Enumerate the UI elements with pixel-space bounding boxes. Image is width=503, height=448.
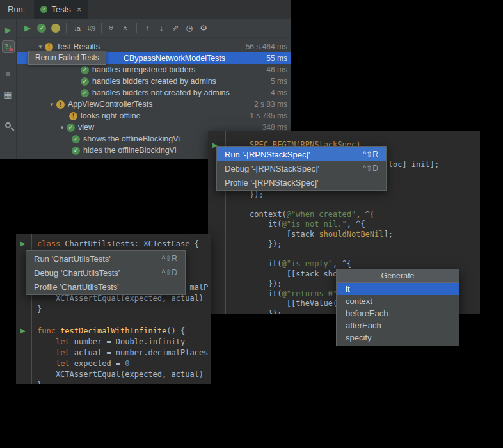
menu-item-label: Profile '-[RPNStackSpec]' <box>225 178 319 188</box>
test-duration: 348 ms <box>262 123 291 132</box>
test-duration: 46 ms <box>266 65 291 74</box>
collapse-all-icon[interactable]: « <box>120 22 132 35</box>
close-tab-icon[interactable]: × <box>77 4 82 14</box>
code-token: let <box>56 348 74 357</box>
code-token: actual = number.decimalPlaces <box>74 348 209 357</box>
code-token: let <box>56 359 74 368</box>
expand-all-icon[interactable]: » <box>106 22 118 35</box>
test-name: handles bidders created by admins <box>92 77 216 86</box>
code-token: @"when created" <box>287 210 356 219</box>
code-line: class ChartUtilsTests: XCTestCase { <box>37 239 208 250</box>
code-line: let expected = 0 <box>37 358 208 369</box>
generate-item[interactable]: specify <box>337 332 459 344</box>
run-test-method-gutter-icon[interactable]: ▶ <box>20 327 26 335</box>
test-tree-row[interactable]: ▼!AppViewControllerTests2 s 83 ms <box>17 99 291 110</box>
menu-shortcut: ^⇧D <box>147 268 177 277</box>
code-token: @"is empty" <box>282 259 333 268</box>
menu-shortcut: ^⇧R <box>347 150 378 159</box>
test-duration: 1 s 735 ms <box>250 111 291 120</box>
menu-shortcut: ^⇧D <box>347 164 378 173</box>
code-line: it(@"is empty", ^{ <box>250 259 439 269</box>
runner-left-toolbar: ▶↻■▦ <box>0 19 17 159</box>
code-token: let <box>56 337 74 346</box>
toolbar-separator <box>66 23 67 33</box>
code-token: [[theValue( <box>250 299 337 308</box>
menu-item[interactable]: Debug 'ChartUtilsTests'^⇧D <box>26 266 185 280</box>
menu-item-label: Profile 'ChartUtilsTests' <box>34 282 119 292</box>
pin-shape <box>4 121 12 129</box>
test-warning-icon: ! <box>45 43 53 51</box>
next-failed-test-icon[interactable]: ↓ <box>155 22 168 35</box>
test-name: view <box>78 123 94 132</box>
code-token: () { <box>166 326 185 335</box>
stop-icon[interactable]: ■ <box>2 67 15 80</box>
swift-context-menu: Run 'ChartUtilsTests'^⇧RDebug 'ChartUtil… <box>26 250 186 295</box>
code-token: }); <box>250 190 264 199</box>
expand-arrow-icon[interactable]: ▼ <box>58 125 67 131</box>
generate-item[interactable]: context <box>337 295 459 307</box>
code-token: XCTAssertEqual(expected, actual) <box>37 294 204 303</box>
expand-arrow-icon[interactable]: ▼ <box>36 44 45 50</box>
code-token: @"returns 0" <box>282 289 338 298</box>
test-tree-row[interactable]: !looks right offline1 s 735 ms <box>17 110 291 122</box>
test-name: shows the offlineBlockingVi <box>83 134 180 143</box>
pin-icon[interactable] <box>2 118 15 131</box>
rerun-failed-tests-icon[interactable]: ↻ <box>2 40 15 53</box>
code-line: func testDecimalWithInfinite() { <box>37 326 208 337</box>
show-passed-icon[interactable]: ✓ <box>37 24 46 33</box>
test-passed-icon: ✓ <box>81 77 89 86</box>
test-tree-row[interactable]: ✓handles bidders not created by admins4 … <box>17 87 291 99</box>
test-tree-row[interactable]: ✓handles bidders created by admins5 ms <box>17 76 291 87</box>
code-token: [stack <box>250 230 319 239</box>
test-tree-row[interactable]: ✓handles unregistered bidders46 ms <box>17 64 291 76</box>
test-history-icon[interactable]: ◷ <box>183 22 196 35</box>
sort-by-duration-icon[interactable]: ↓◷ <box>84 22 97 35</box>
expand-arrow-icon[interactable]: ▼ <box>47 102 56 108</box>
window-label: Run: <box>8 0 25 19</box>
export-test-results-icon[interactable]: ⇗ <box>169 22 182 35</box>
code-token: , ^{ <box>356 210 374 219</box>
code-line: it(@"is not nil.", ^{ <box>250 220 439 230</box>
rerun-icon[interactable]: ▶ <box>2 24 15 36</box>
menu-item[interactable]: Profile 'ChartUtilsTests' <box>26 280 185 294</box>
code-line: XCTAssertEqual(expected, actual) <box>37 369 208 380</box>
code-token: }); <box>250 279 282 288</box>
code-token: context( <box>250 210 287 219</box>
menu-item-label: Run '-[RPNStackSpec]' <box>225 150 310 159</box>
code-token: @"is not nil." <box>282 220 347 228</box>
tab-tests[interactable]: ✓ Tests × <box>34 0 88 19</box>
run-class-gutter-icon[interactable]: ▶ <box>20 240 26 248</box>
test-passed-icon: ✓ <box>72 135 80 143</box>
generate-item[interactable]: beforeEach <box>337 307 459 319</box>
menu-item-label: Run 'ChartUtilsTests' <box>34 254 111 264</box>
code-line: let actual = number.decimalPlaces <box>37 348 208 358</box>
test-passed-icon: ✓ <box>72 147 80 155</box>
code-line: }); <box>250 190 439 200</box>
generate-popup-items: itcontextbeforeEachafterEachspecify <box>337 283 459 344</box>
sort-alphabetically-icon[interactable]: ↓a <box>70 22 83 35</box>
test-duration: 4 ms <box>271 88 291 97</box>
code-line <box>250 200 439 210</box>
code-token: } <box>37 305 42 314</box>
code-token: ]; <box>384 230 393 239</box>
show-ignored-icon[interactable] <box>51 24 60 33</box>
generate-item[interactable]: it <box>337 283 459 295</box>
menu-item[interactable]: Profile '-[RPNStackSpec]' <box>217 175 386 189</box>
code-token: it( <box>250 259 282 268</box>
code-token: , ^{ <box>347 220 365 228</box>
code-token: number = Double.infinity <box>74 337 185 346</box>
menu-shortcut: ^⇧R <box>147 254 177 263</box>
test-name: CBypassNetworkModelTests <box>124 54 225 63</box>
test-duration: 5 ms <box>271 77 291 86</box>
menu-item[interactable]: Run '-[RPNStackSpec]'^⇧R <box>217 147 386 161</box>
settings-gear-icon[interactable]: ⚙ <box>197 22 210 35</box>
code-token: it( <box>250 220 282 228</box>
rerun-tests-icon[interactable]: ▶ <box>21 22 34 35</box>
menu-item[interactable]: Debug '-[RPNStackSpec]'^⇧D <box>217 161 386 175</box>
generate-item[interactable]: afterEach <box>337 319 459 332</box>
layout-icon[interactable]: ▦ <box>2 88 15 100</box>
code-token: } <box>37 381 42 384</box>
menu-item[interactable]: Run 'ChartUtilsTests'^⇧R <box>26 252 185 266</box>
previous-failed-test-icon[interactable]: ↑ <box>141 22 154 35</box>
code-line: }); <box>250 239 439 250</box>
